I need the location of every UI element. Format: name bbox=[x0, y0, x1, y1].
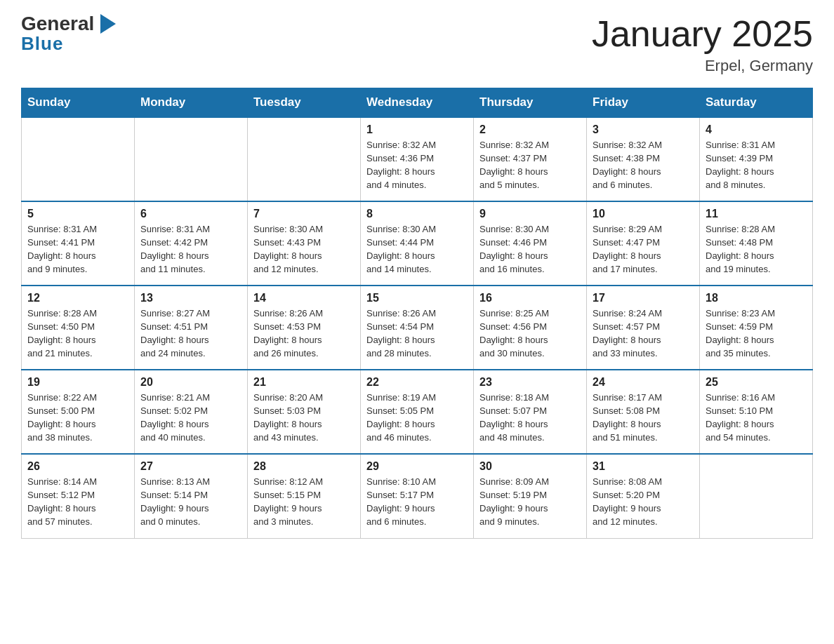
day-info: Sunrise: 8:20 AM Sunset: 5:03 PM Dayligh… bbox=[253, 391, 355, 444]
day-info: Sunrise: 8:32 AM Sunset: 4:37 PM Dayligh… bbox=[479, 139, 581, 192]
calendar-day-cell: 27Sunrise: 8:13 AM Sunset: 5:14 PM Dayli… bbox=[135, 454, 248, 538]
calendar-day-cell: 22Sunrise: 8:19 AM Sunset: 5:05 PM Dayli… bbox=[361, 370, 474, 454]
day-number: 20 bbox=[140, 376, 241, 389]
day-number: 24 bbox=[593, 376, 694, 389]
calendar-day-cell bbox=[135, 117, 248, 201]
day-number: 28 bbox=[253, 460, 355, 473]
calendar-week-row: 1Sunrise: 8:32 AM Sunset: 4:36 PM Daylig… bbox=[22, 117, 813, 201]
day-info: Sunrise: 8:32 AM Sunset: 4:36 PM Dayligh… bbox=[366, 139, 468, 192]
day-number: 25 bbox=[706, 376, 807, 389]
calendar-day-cell: 5Sunrise: 8:31 AM Sunset: 4:41 PM Daylig… bbox=[22, 201, 135, 286]
calendar-day-cell bbox=[248, 117, 361, 201]
day-number: 30 bbox=[479, 460, 581, 473]
day-info: Sunrise: 8:30 AM Sunset: 4:43 PM Dayligh… bbox=[253, 223, 355, 276]
page-header: General Blue January 2025 Erpel, Germany bbox=[21, 14, 813, 75]
day-info: Sunrise: 8:12 AM Sunset: 5:15 PM Dayligh… bbox=[253, 476, 355, 528]
day-info: Sunrise: 8:31 AM Sunset: 4:41 PM Dayligh… bbox=[27, 223, 128, 276]
day-number: 6 bbox=[140, 208, 241, 220]
day-number: 29 bbox=[366, 460, 468, 473]
calendar-week-row: 5Sunrise: 8:31 AM Sunset: 4:41 PM Daylig… bbox=[22, 201, 813, 286]
day-number: 15 bbox=[366, 292, 468, 304]
day-number: 27 bbox=[140, 460, 241, 473]
day-number: 19 bbox=[27, 376, 128, 389]
svg-marker-0 bbox=[100, 14, 116, 34]
day-number: 2 bbox=[479, 123, 581, 136]
day-info: Sunrise: 8:19 AM Sunset: 5:05 PM Dayligh… bbox=[366, 391, 468, 444]
title-block: January 2025 Erpel, Germany bbox=[592, 14, 813, 75]
day-info: Sunrise: 8:32 AM Sunset: 4:38 PM Dayligh… bbox=[593, 139, 694, 192]
day-info: Sunrise: 8:26 AM Sunset: 4:53 PM Dayligh… bbox=[253, 307, 355, 360]
day-info: Sunrise: 8:23 AM Sunset: 4:59 PM Dayligh… bbox=[706, 307, 807, 360]
day-info: Sunrise: 8:14 AM Sunset: 5:12 PM Dayligh… bbox=[27, 476, 128, 528]
day-info: Sunrise: 8:16 AM Sunset: 5:10 PM Dayligh… bbox=[706, 391, 807, 444]
day-number: 7 bbox=[253, 208, 355, 220]
calendar-week-row: 12Sunrise: 8:28 AM Sunset: 4:50 PM Dayli… bbox=[22, 286, 813, 370]
calendar-week-row: 26Sunrise: 8:14 AM Sunset: 5:12 PM Dayli… bbox=[22, 454, 813, 538]
day-info: Sunrise: 8:28 AM Sunset: 4:48 PM Dayligh… bbox=[706, 223, 807, 276]
calendar-day-cell: 6Sunrise: 8:31 AM Sunset: 4:42 PM Daylig… bbox=[135, 201, 248, 286]
day-info: Sunrise: 8:27 AM Sunset: 4:51 PM Dayligh… bbox=[140, 307, 241, 360]
day-number: 18 bbox=[706, 292, 807, 304]
calendar-day-cell: 20Sunrise: 8:21 AM Sunset: 5:02 PM Dayli… bbox=[135, 370, 248, 454]
day-of-week-header: Sunday bbox=[22, 88, 135, 118]
calendar-day-cell: 30Sunrise: 8:09 AM Sunset: 5:19 PM Dayli… bbox=[474, 454, 587, 538]
day-info: Sunrise: 8:30 AM Sunset: 4:46 PM Dayligh… bbox=[479, 223, 581, 276]
calendar-day-cell: 24Sunrise: 8:17 AM Sunset: 5:08 PM Dayli… bbox=[587, 370, 700, 454]
calendar-day-cell: 28Sunrise: 8:12 AM Sunset: 5:15 PM Dayli… bbox=[248, 454, 361, 538]
day-info: Sunrise: 8:26 AM Sunset: 4:54 PM Dayligh… bbox=[366, 307, 468, 360]
day-info: Sunrise: 8:25 AM Sunset: 4:56 PM Dayligh… bbox=[479, 307, 581, 360]
calendar-day-cell: 12Sunrise: 8:28 AM Sunset: 4:50 PM Dayli… bbox=[22, 286, 135, 370]
day-number: 8 bbox=[366, 208, 468, 220]
logo-text: General bbox=[21, 14, 100, 34]
day-number: 12 bbox=[27, 292, 128, 304]
day-info: Sunrise: 8:18 AM Sunset: 5:07 PM Dayligh… bbox=[479, 391, 581, 444]
day-info: Sunrise: 8:09 AM Sunset: 5:19 PM Dayligh… bbox=[479, 476, 581, 528]
calendar-day-cell: 25Sunrise: 8:16 AM Sunset: 5:10 PM Dayli… bbox=[700, 370, 813, 454]
day-info: Sunrise: 8:21 AM Sunset: 5:02 PM Dayligh… bbox=[140, 391, 241, 444]
calendar-day-cell: 1Sunrise: 8:32 AM Sunset: 4:36 PM Daylig… bbox=[361, 117, 474, 201]
day-info: Sunrise: 8:13 AM Sunset: 5:14 PM Dayligh… bbox=[140, 476, 241, 528]
calendar-day-cell: 26Sunrise: 8:14 AM Sunset: 5:12 PM Dayli… bbox=[22, 454, 135, 538]
day-of-week-header: Thursday bbox=[474, 88, 587, 118]
calendar-day-cell: 11Sunrise: 8:28 AM Sunset: 4:48 PM Dayli… bbox=[700, 201, 813, 286]
logo-blue-text: Blue bbox=[21, 34, 63, 54]
calendar-day-cell: 3Sunrise: 8:32 AM Sunset: 4:38 PM Daylig… bbox=[587, 117, 700, 201]
calendar-day-cell bbox=[700, 454, 813, 538]
day-info: Sunrise: 8:31 AM Sunset: 4:39 PM Dayligh… bbox=[706, 139, 807, 192]
day-number: 5 bbox=[27, 208, 128, 220]
calendar-day-cell: 21Sunrise: 8:20 AM Sunset: 5:03 PM Dayli… bbox=[248, 370, 361, 454]
day-number: 23 bbox=[479, 376, 581, 389]
calendar-day-cell: 2Sunrise: 8:32 AM Sunset: 4:37 PM Daylig… bbox=[474, 117, 587, 201]
day-info: Sunrise: 8:30 AM Sunset: 4:44 PM Dayligh… bbox=[366, 223, 468, 276]
day-number: 1 bbox=[366, 123, 468, 136]
calendar-day-cell: 15Sunrise: 8:26 AM Sunset: 4:54 PM Dayli… bbox=[361, 286, 474, 370]
day-info: Sunrise: 8:17 AM Sunset: 5:08 PM Dayligh… bbox=[593, 391, 694, 444]
day-number: 10 bbox=[593, 208, 694, 220]
calendar-week-row: 19Sunrise: 8:22 AM Sunset: 5:00 PM Dayli… bbox=[22, 370, 813, 454]
day-info: Sunrise: 8:10 AM Sunset: 5:17 PM Dayligh… bbox=[366, 476, 468, 528]
day-number: 14 bbox=[253, 292, 355, 304]
day-of-week-header: Saturday bbox=[700, 88, 813, 118]
day-info: Sunrise: 8:29 AM Sunset: 4:47 PM Dayligh… bbox=[593, 223, 694, 276]
calendar-day-cell: 17Sunrise: 8:24 AM Sunset: 4:57 PM Dayli… bbox=[587, 286, 700, 370]
day-number: 26 bbox=[27, 460, 128, 473]
calendar-day-cell: 9Sunrise: 8:30 AM Sunset: 4:46 PM Daylig… bbox=[474, 201, 587, 286]
day-number: 17 bbox=[593, 292, 694, 304]
calendar-day-cell: 29Sunrise: 8:10 AM Sunset: 5:17 PM Dayli… bbox=[361, 454, 474, 538]
calendar-day-cell: 7Sunrise: 8:30 AM Sunset: 4:43 PM Daylig… bbox=[248, 201, 361, 286]
day-number: 3 bbox=[593, 123, 694, 136]
calendar-header-row: SundayMondayTuesdayWednesdayThursdayFrid… bbox=[22, 88, 813, 118]
day-number: 13 bbox=[140, 292, 241, 304]
calendar-day-cell: 23Sunrise: 8:18 AM Sunset: 5:07 PM Dayli… bbox=[474, 370, 587, 454]
day-number: 21 bbox=[253, 376, 355, 389]
logo: General Blue bbox=[21, 14, 100, 54]
calendar-table: SundayMondayTuesdayWednesdayThursdayFrid… bbox=[21, 88, 813, 539]
calendar-subtitle: Erpel, Germany bbox=[592, 57, 813, 75]
calendar-day-cell: 19Sunrise: 8:22 AM Sunset: 5:00 PM Dayli… bbox=[22, 370, 135, 454]
calendar-day-cell: 8Sunrise: 8:30 AM Sunset: 4:44 PM Daylig… bbox=[361, 201, 474, 286]
day-info: Sunrise: 8:31 AM Sunset: 4:42 PM Dayligh… bbox=[140, 223, 241, 276]
calendar-day-cell: 10Sunrise: 8:29 AM Sunset: 4:47 PM Dayli… bbox=[587, 201, 700, 286]
day-of-week-header: Wednesday bbox=[361, 88, 474, 118]
day-info: Sunrise: 8:24 AM Sunset: 4:57 PM Dayligh… bbox=[593, 307, 694, 360]
day-number: 22 bbox=[366, 376, 468, 389]
